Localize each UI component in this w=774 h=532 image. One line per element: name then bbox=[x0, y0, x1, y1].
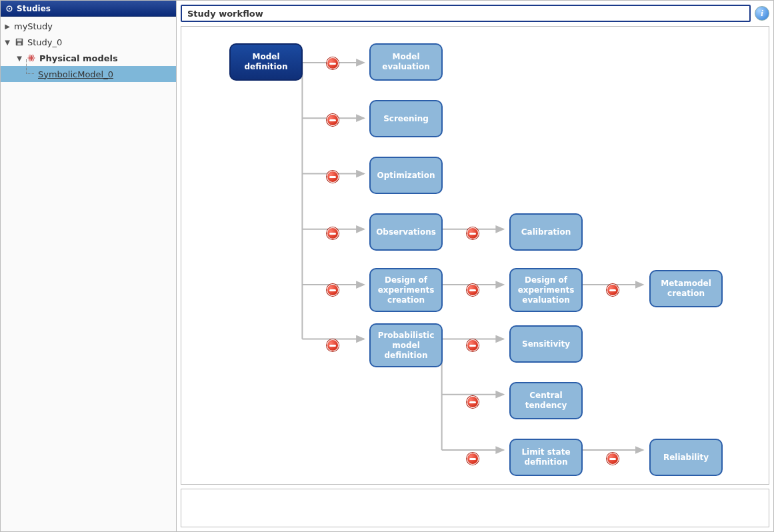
node-label: Probabilistic model definition bbox=[375, 331, 437, 361]
stop-icon bbox=[327, 284, 339, 296]
node-label: Sensitivity bbox=[522, 339, 570, 349]
node-sensitivity[interactable]: Sensitivity bbox=[509, 325, 583, 363]
node-optimization[interactable]: Optimization bbox=[369, 157, 443, 194]
stop-icon bbox=[467, 227, 479, 239]
tree-item-symbolic-model[interactable]: SymbolicModel_0 bbox=[1, 66, 176, 82]
sidebar: Studies ▶ myStudy ▼ Study_0 ▼ Physical m… bbox=[1, 1, 177, 531]
node-label: Metamodel creation bbox=[655, 279, 717, 299]
tree-connector-icon bbox=[26, 59, 34, 74]
stop-icon bbox=[607, 453, 619, 465]
node-doe-creation[interactable]: Design of experiments creation bbox=[369, 268, 443, 312]
tree-label: SymbolicModel_0 bbox=[38, 69, 113, 79]
node-label: Model definition bbox=[235, 52, 297, 72]
node-label: Design of experiments evaluation bbox=[515, 275, 577, 305]
disk-icon bbox=[14, 37, 25, 47]
stop-icon bbox=[327, 339, 339, 351]
stop-icon bbox=[467, 453, 479, 465]
node-model-evaluation[interactable]: Model evaluation bbox=[369, 43, 443, 81]
stop-icon bbox=[327, 114, 339, 126]
node-label: Limit state definition bbox=[515, 447, 577, 467]
tree-label: myStudy bbox=[14, 21, 53, 31]
node-label: Screening bbox=[383, 114, 429, 124]
page-title: Study workflow bbox=[187, 9, 263, 19]
node-label: Optimization bbox=[377, 171, 435, 181]
tree-label: Study_0 bbox=[27, 37, 62, 47]
chevron-down-icon[interactable]: ▼ bbox=[15, 55, 23, 62]
title-bar: Study workflow i bbox=[181, 5, 769, 22]
tree-label: Physical models bbox=[39, 53, 118, 63]
chevron-right-icon[interactable]: ▶ bbox=[3, 23, 11, 30]
bottom-panel bbox=[181, 489, 769, 527]
page-title-box: Study workflow bbox=[181, 5, 751, 22]
chevron-down-icon[interactable]: ▼ bbox=[3, 39, 11, 46]
svg-rect-4 bbox=[17, 43, 21, 45]
stop-icon bbox=[327, 57, 339, 69]
svg-point-8 bbox=[31, 57, 33, 59]
node-screening[interactable]: Screening bbox=[369, 100, 443, 137]
stop-icon bbox=[467, 396, 479, 408]
stop-icon bbox=[327, 171, 339, 183]
node-central-tendency[interactable]: Central tendency bbox=[509, 382, 583, 419]
tree-item-mystudy[interactable]: ▶ myStudy bbox=[1, 18, 176, 34]
node-label: Reliability bbox=[663, 453, 709, 463]
info-icon: i bbox=[761, 8, 763, 19]
info-button[interactable]: i bbox=[755, 6, 769, 21]
node-label: Design of experiments creation bbox=[375, 275, 437, 305]
sidebar-header: Studies bbox=[1, 1, 176, 17]
stop-icon bbox=[467, 284, 479, 296]
main-area: Study workflow i bbox=[177, 1, 773, 531]
node-model-definition[interactable]: Model definition bbox=[229, 43, 303, 81]
stop-icon bbox=[467, 339, 479, 351]
node-label: Central tendency bbox=[515, 391, 577, 411]
tree-item-study0[interactable]: ▼ Study_0 bbox=[1, 34, 176, 50]
svg-point-1 bbox=[9, 7, 10, 9]
node-calibration[interactable]: Calibration bbox=[509, 213, 583, 251]
node-prob-model-definition[interactable]: Probabilistic model definition bbox=[369, 323, 443, 367]
study-tree[interactable]: ▶ myStudy ▼ Study_0 ▼ Physical models Sy… bbox=[1, 17, 176, 82]
svg-rect-3 bbox=[17, 39, 22, 42]
node-metamodel-creation[interactable]: Metamodel creation bbox=[649, 270, 723, 307]
app-root: Studies ▶ myStudy ▼ Study_0 ▼ Physical m… bbox=[1, 1, 773, 531]
node-label: Observations bbox=[376, 227, 436, 237]
node-reliability[interactable]: Reliability bbox=[649, 439, 723, 476]
gear-icon bbox=[5, 4, 14, 13]
node-label: Model evaluation bbox=[375, 52, 437, 72]
sidebar-title: Studies bbox=[17, 1, 51, 16]
node-label: Calibration bbox=[521, 227, 571, 237]
node-doe-evaluation[interactable]: Design of experiments evaluation bbox=[509, 268, 583, 312]
stop-icon bbox=[327, 227, 339, 239]
node-observations[interactable]: Observations bbox=[369, 213, 443, 251]
workflow-wires bbox=[181, 27, 769, 484]
stop-icon bbox=[607, 284, 619, 296]
node-limit-state-definition[interactable]: Limit state definition bbox=[509, 439, 583, 476]
workflow-canvas[interactable]: Model definition Model evaluation Screen… bbox=[181, 26, 769, 485]
